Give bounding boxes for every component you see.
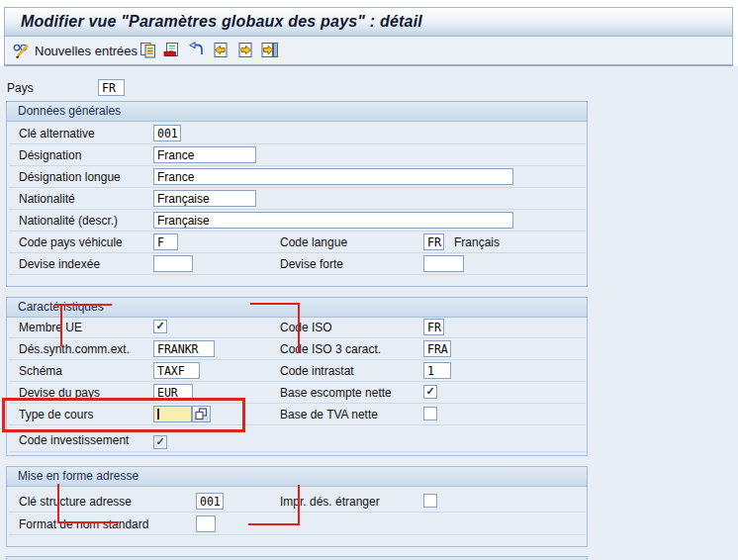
code-investissement-label: Code investissement [19,433,129,447]
designation-longue-field[interactable]: France [153,168,513,185]
base-escompte-nette-label: Base escompte nette [280,386,392,400]
code-iso3-field[interactable]: FRA [423,340,451,357]
cle-alternative-field[interactable]: 001 [153,125,181,141]
application-toolbar: Nouvelles entrées [4,37,733,66]
annotation-vertical-cle-structure [57,484,59,523]
row-separator [9,165,586,166]
groupbox-adresse-title: Mise en forme adresse [7,467,587,487]
row-separator [9,252,586,253]
code-investissement-checkbox[interactable]: ✓ [153,435,167,449]
code-intrastat-field[interactable]: 1 [423,362,451,379]
impr-des-etranger-checkbox[interactable] [423,494,437,508]
row-separator [9,451,586,452]
sap-window: Modifier vue "Paramètres globaux des pay… [0,0,738,560]
annotation-vertical-code-iso [298,305,300,353]
row-separator [9,381,586,382]
next-entry-icon[interactable] [236,42,254,59]
other-entry-icon[interactable] [260,42,278,59]
country-field[interactable]: FR [98,79,125,96]
code-intrastat-label: Code intrastat [280,364,354,378]
row-separator [9,274,586,275]
devise-forte-label: Devise forte [280,257,343,271]
annotation-rectangle-type-de-cours [2,398,245,432]
code-pays-vehicule-field[interactable]: F [153,233,178,250]
display-change-icon[interactable] [13,42,31,59]
cle-structure-adresse-label: Clé structure adresse [19,495,132,509]
base-escompte-nette-checkbox[interactable]: ✓ [423,385,437,399]
base-tva-nette-label: Base de TVA nette [280,408,378,421]
nationalite-label: Nationalité [19,192,75,206]
format-nom-standard-field[interactable] [196,515,216,532]
annotation-strike-caracteristiques [54,304,112,306]
groupbox-donnees-generales: Données générales Clé alternative 001 Dé… [6,101,588,287]
page-title: Modifier vue "Paramètres globaux des pay… [21,13,422,31]
groupbox-caracteristiques-title: Caractéristiques [7,298,587,318]
code-langue-text: Français [454,235,500,249]
annotation-horizontal-code-iso [250,303,300,305]
devise-indexee-field[interactable] [153,255,193,272]
impr-des-etranger-label: Impr. dés. étranger [280,495,380,509]
nationalite-descr-label: Nationalité (descr.) [19,214,118,228]
annotation-vertical-left-caracteristiques [60,306,62,346]
annotation-horizontal-impr [248,523,300,525]
groupbox-partial-bottom [6,556,588,560]
copy-as-icon[interactable] [139,42,157,59]
row-separator [9,143,586,144]
membre-ue-checkbox[interactable]: ✓ [153,320,167,333]
devise-indexee-label: Devise indexée [19,257,100,271]
row-separator [9,231,586,232]
cle-alternative-label: Clé alternative [19,127,95,140]
code-iso3-label: Code ISO 3 caract. [280,342,381,356]
new-entries-label: Nouvelles entrées [35,44,138,58]
row-separator [9,209,586,210]
previous-entry-icon[interactable] [212,42,230,59]
designation-label: Désignation [19,148,81,162]
designation-longue-label: Désignation longue [19,170,121,184]
country-label: Pays [7,81,34,95]
format-nom-standard-label: Format de nom standard [19,517,148,531]
row-separator [9,534,586,535]
des-synth-comm-ext-field[interactable]: FRANKR [153,340,215,357]
membre-ue-label: Membre UE [19,321,82,334]
title-bar: Modifier vue "Paramètres globaux des pay… [4,7,733,37]
devise-forte-field[interactable] [423,255,464,272]
nationalite-field[interactable]: Française [153,190,256,207]
undo-icon[interactable] [188,42,206,59]
row-separator [9,359,586,360]
code-langue-field[interactable]: FR [423,233,444,250]
delete-entry-icon[interactable] [163,42,181,59]
schema-label: Schéma [19,364,62,378]
cle-structure-adresse-field[interactable]: 001 [196,493,224,510]
code-pays-vehicule-label: Code pays véhicule [19,235,123,249]
annotation-underline-format-nom [57,521,119,523]
base-tva-nette-checkbox[interactable] [423,407,437,420]
new-entries-button[interactable]: Nouvelles entrées [35,42,138,60]
row-separator [9,187,586,188]
code-iso-field[interactable]: FR [423,319,444,335]
nationalite-descr-field[interactable]: Française [153,212,513,229]
annotation-vertical-impr [298,485,300,525]
code-iso-label: Code ISO [280,321,332,334]
des-synth-comm-ext-label: Dés.synth.comm.ext. [19,342,130,356]
designation-field[interactable]: France [153,146,256,163]
schema-field[interactable]: TAXF [153,362,200,379]
code-langue-label: Code langue [280,235,347,249]
groupbox-mise-en-forme-adresse: Mise en forme adresse Clé structure adre… [6,466,588,547]
groupbox-donnees-generales-title: Données générales [7,102,587,122]
